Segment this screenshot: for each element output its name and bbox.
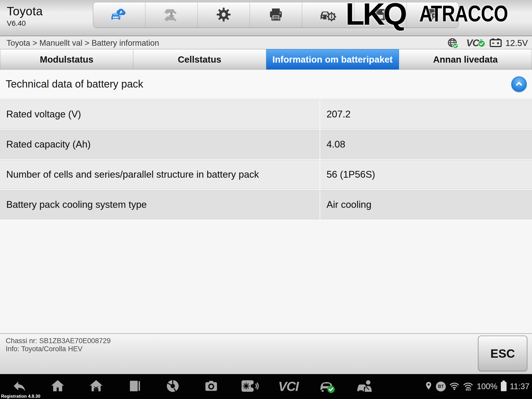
row-label: Rated voltage (V) xyxy=(0,100,320,129)
wifi-status-icon xyxy=(449,381,460,392)
bluetooth-status-icon: BT xyxy=(436,382,446,391)
vci-wifi-label: vci xyxy=(466,387,471,391)
vehicle-info-block: Chassi nr: SB1ZB3AE70E008729 Info: Toyot… xyxy=(6,337,111,353)
tab-information-om-batteripaket[interactable]: Information om batteripaket xyxy=(266,49,399,70)
print-button[interactable] xyxy=(250,2,302,28)
chassis-number: Chassi nr: SB1ZB3AE70E008729 xyxy=(6,337,111,345)
vci-check-icon xyxy=(478,39,485,50)
connection-status-group: VCI 12. xyxy=(447,37,528,49)
android-navbar: VCI xyxy=(0,374,532,399)
battery-level-icon xyxy=(501,382,507,391)
battery-percent: 100% xyxy=(477,382,497,391)
registration-version: Registration 4.8.30 xyxy=(1,394,40,399)
row-value: 4.08 xyxy=(320,130,532,159)
brand-block: Toyota V6.40 xyxy=(7,4,43,28)
app-title: Toyota xyxy=(7,4,43,18)
vehicle-service-button[interactable] xyxy=(356,378,374,395)
vehicle-diagnostics-icon xyxy=(111,7,128,23)
vehicle-model-info: Info: Toyota/Corolla HEV xyxy=(6,345,111,353)
content-area: Technical data of battery pack Rated vol… xyxy=(0,70,532,333)
table-row: Number of cells and series/parallel stru… xyxy=(0,160,532,189)
row-label: Rated capacity (Ah) xyxy=(0,130,320,159)
settings-gear-icon xyxy=(216,6,232,23)
topbar: Toyota V6.40 xyxy=(0,0,532,36)
vci-status: VCI xyxy=(466,38,482,49)
row-value: 207.2 xyxy=(320,100,532,129)
vci-wifi-status-icon: vci xyxy=(463,382,473,391)
table-row: Battery pack cooling system type Air coo… xyxy=(0,190,532,219)
battery-data-table: Rated voltage (V) 207.2 Rated capacity (… xyxy=(0,100,532,220)
system-status-cluster: BT vci 100% 11:37 xyxy=(425,374,529,399)
company-logo: LKQ ATRACCO xyxy=(345,0,530,27)
tab-modulstatus[interactable]: Modulstatus xyxy=(0,49,133,70)
clock: 11:37 xyxy=(510,382,529,391)
tab-cellstatus[interactable]: Cellstatus xyxy=(133,49,266,70)
vehicle-connected-button[interactable] xyxy=(318,378,335,395)
row-label: Number of cells and series/parallel stru… xyxy=(0,160,320,189)
vehicle-lift-icon xyxy=(163,7,180,23)
status-breadcrumb-bar: Toyota > Manuellt val > Battery informat… xyxy=(0,37,532,49)
chevron-up-icon xyxy=(514,79,524,90)
vci-app-label: VCI xyxy=(278,379,298,394)
vehicle-service-icon xyxy=(356,378,374,395)
app-version: V6.40 xyxy=(7,19,43,28)
row-value: Air cooling xyxy=(320,190,532,219)
vehicle-diagnostics-button[interactable] xyxy=(93,2,145,28)
tab-bar: Modulstatus Cellstatus Information om ba… xyxy=(0,49,532,70)
vehicle-data-icon xyxy=(320,6,337,23)
vehicle-voltage-status: 12.5V xyxy=(489,37,528,49)
collapse-section-button[interactable] xyxy=(511,76,527,92)
breadcrumb: Toyota > Manuellt val > Battery informat… xyxy=(6,38,159,48)
section-header: Technical data of battery pack xyxy=(0,70,532,99)
section-title: Technical data of battery pack xyxy=(6,78,143,90)
diagnostic-app-screen: Toyota V6.40 xyxy=(0,0,532,399)
vehicle-check-icon xyxy=(318,378,335,395)
network-globe-icon xyxy=(447,37,458,49)
vehicle-lift-button[interactable] xyxy=(145,2,198,28)
location-icon xyxy=(425,381,433,392)
table-row: Rated capacity (Ah) 4.08 xyxy=(0,130,532,159)
battery-icon xyxy=(489,37,503,49)
battery-voltage-value: 12.5V xyxy=(506,38,528,48)
table-row: Rated voltage (V) 207.2 xyxy=(0,100,532,129)
logo-lkq-text: LKQ xyxy=(345,2,405,27)
row-label: Battery pack cooling system type xyxy=(0,190,320,219)
logo-atracco-text: ATRACCO xyxy=(419,3,508,24)
tab-annan-livedata[interactable]: Annan livedata xyxy=(399,49,532,70)
printer-icon xyxy=(268,6,284,23)
row-value: 56 (1P56S) xyxy=(320,160,532,189)
settings-button[interactable] xyxy=(198,2,250,28)
footer-bar: Chassi nr: SB1ZB3AE70E008729 Info: Toyot… xyxy=(0,333,532,374)
esc-button[interactable]: ESC xyxy=(478,336,527,371)
